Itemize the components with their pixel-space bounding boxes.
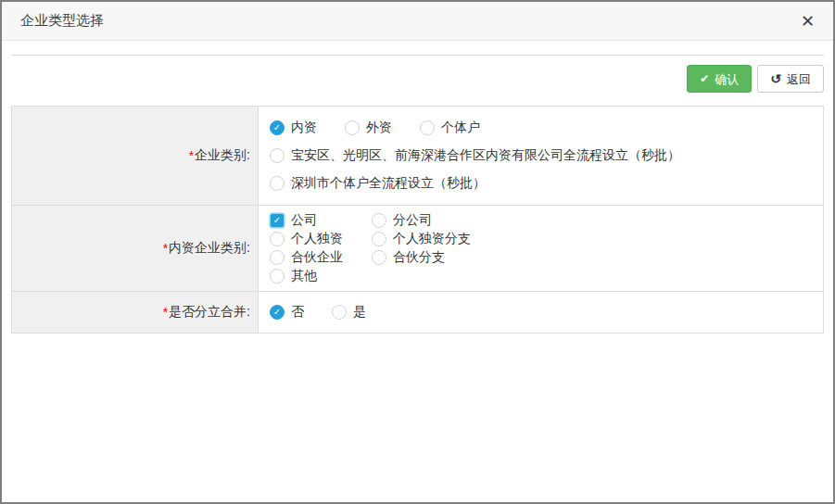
radio-option-label: 是	[353, 304, 366, 321]
required-marker: *	[163, 241, 168, 256]
radio-option[interactable]: ✓ 内资	[270, 120, 317, 136]
row-options: ✓ 公司 分公司 个人独资	[259, 206, 823, 291]
check-icon: ✔	[700, 73, 709, 84]
option-line: ✓ 否 是	[270, 299, 816, 325]
close-icon[interactable]: ✕	[799, 2, 816, 41]
radio-option[interactable]: 宝安区、光明区、前海深港合作区内资有限公司全流程设立（秒批）	[270, 147, 680, 164]
enterprise-type-dialog: 企业类型选择 ✕ ✔ 确认 ↺ 返回 * 企业类别:	[0, 0, 835, 504]
row-options: ✓ 内资 外资 个体户	[259, 107, 823, 205]
checkbox-option[interactable]: 合伙企业	[270, 249, 372, 266]
dialog-content: ✔ 确认 ↺ 返回 * 企业类别: ✓ 内资	[2, 55, 833, 334]
dialog-title: 企业类型选择	[20, 12, 799, 30]
option-line: 合伙企业 合伙分支	[270, 248, 816, 267]
checkbox-unchecked-icon[interactable]	[270, 232, 285, 246]
checkbox-checked-icon[interactable]: ✓	[270, 213, 285, 228]
back-button-label: 返回	[787, 73, 811, 85]
required-marker: *	[189, 148, 194, 163]
checkbox-option[interactable]: 分公司	[372, 212, 432, 229]
radio-option[interactable]: 个体户	[420, 120, 480, 136]
required-marker: *	[163, 305, 168, 320]
checkbox-option-label: 个人独资	[291, 231, 343, 247]
row-label-text: 是否分立合并:	[169, 304, 250, 321]
form-row-split-merge: * 是否分立合并: ✓ 否 是	[12, 292, 823, 333]
checkbox-option-label: 公司	[291, 212, 317, 229]
checkbox-option-label: 个人独资分支	[393, 231, 471, 247]
confirm-button-label: 确认	[715, 73, 739, 85]
row-label-text: 内资企业类别:	[169, 240, 250, 257]
checkbox-option[interactable]: 其他	[270, 268, 372, 284]
radio-option[interactable]: ✓ 否	[270, 304, 304, 321]
radio-unchecked-icon[interactable]	[345, 120, 360, 135]
toolbar: ✔ 确认 ↺ 返回	[11, 56, 824, 93]
radio-option-label: 个体户	[441, 120, 480, 136]
checkbox-option[interactable]: 个人独资分支	[372, 231, 471, 247]
radio-option[interactable]: 外资	[345, 120, 392, 136]
confirm-button[interactable]: ✔ 确认	[687, 65, 752, 93]
radio-option-label: 宝安区、光明区、前海深港合作区内资有限公司全流程设立（秒批）	[291, 147, 680, 164]
checkbox-unchecked-icon[interactable]	[270, 250, 285, 265]
checkbox-unchecked-icon[interactable]	[372, 213, 386, 228]
checkbox-option-label: 其他	[291, 268, 317, 284]
checkbox-unchecked-icon[interactable]	[372, 250, 386, 265]
back-button[interactable]: ↺ 返回	[757, 65, 824, 93]
checkbox-unchecked-icon[interactable]	[270, 269, 285, 284]
checkbox-option-label: 合伙分支	[393, 249, 445, 266]
radio-unchecked-icon[interactable]	[420, 120, 435, 135]
radio-option-label: 内资	[291, 120, 317, 136]
row-label-text: 企业类别:	[195, 147, 250, 164]
option-line: ✓ 内资 外资 个体户	[270, 114, 816, 142]
option-line: 其他	[270, 267, 816, 285]
checkbox-option[interactable]: 个人独资	[270, 231, 372, 247]
row-label: * 企业类别:	[12, 107, 259, 205]
radio-option[interactable]: 深圳市个体户全流程设立（秒批）	[270, 175, 486, 192]
radio-unchecked-icon[interactable]	[270, 148, 285, 163]
option-line: 宝安区、光明区、前海深港合作区内资有限公司全流程设立（秒批）	[270, 142, 816, 170]
radio-option-label: 外资	[366, 120, 392, 136]
row-label: * 内资企业类别:	[12, 206, 259, 291]
checkbox-option[interactable]: ✓ 公司	[270, 212, 372, 229]
radio-checked-icon[interactable]: ✓	[270, 305, 285, 320]
enterprise-type-form: * 企业类别: ✓ 内资 外资	[11, 106, 824, 334]
undo-icon: ↺	[770, 72, 781, 85]
option-line: 深圳市个体户全流程设立（秒批）	[270, 170, 816, 197]
radio-option-label: 否	[291, 304, 304, 321]
option-line: ✓ 公司 分公司	[270, 211, 816, 230]
row-options: ✓ 否 是	[259, 292, 823, 333]
form-row-enterprise-category: * 企业类别: ✓ 内资 外资	[12, 107, 823, 206]
radio-unchecked-icon[interactable]	[332, 305, 347, 320]
radio-checked-icon[interactable]: ✓	[270, 120, 285, 135]
checkbox-option[interactable]: 合伙分支	[372, 249, 445, 266]
checkbox-unchecked-icon[interactable]	[372, 232, 386, 246]
form-row-domestic-enterprise-type: * 内资企业类别: ✓ 公司 分公司	[12, 206, 823, 292]
option-line: 个人独资 个人独资分支	[270, 230, 816, 248]
radio-option[interactable]: 是	[332, 304, 366, 321]
dialog-titlebar: 企业类型选择 ✕	[2, 2, 833, 41]
radio-unchecked-icon[interactable]	[270, 176, 285, 191]
radio-option-label: 深圳市个体户全流程设立（秒批）	[291, 175, 486, 192]
checkbox-option-label: 合伙企业	[291, 249, 343, 266]
checkbox-option-label: 分公司	[393, 212, 432, 229]
row-label: * 是否分立合并:	[12, 292, 259, 333]
